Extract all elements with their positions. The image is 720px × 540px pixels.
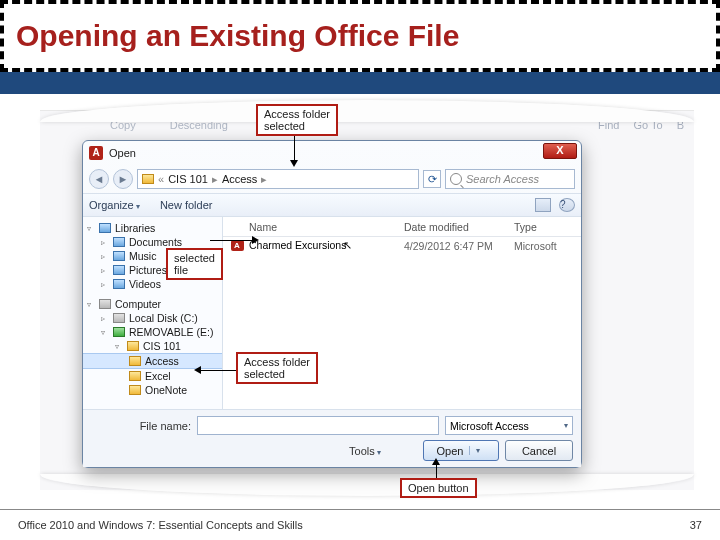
new-folder-button[interactable]: New folder bbox=[160, 199, 213, 211]
page-title: Opening an Existing Office File bbox=[16, 19, 459, 53]
breadcrumb-access[interactable]: Access bbox=[222, 173, 257, 185]
tree-cis101[interactable]: ▿CIS 101 bbox=[83, 339, 222, 353]
tree-onenote[interactable]: OneNote bbox=[83, 383, 222, 397]
file-name-input[interactable] bbox=[197, 416, 439, 435]
file-type-filter[interactable]: Microsoft Access▾ bbox=[445, 416, 573, 435]
folder-icon bbox=[113, 237, 125, 247]
removable-drive-icon bbox=[113, 327, 125, 337]
nav-back-button[interactable]: ◄ bbox=[89, 169, 109, 189]
search-icon bbox=[450, 173, 462, 185]
col-date[interactable]: Date modified bbox=[404, 221, 514, 233]
close-button[interactable]: X bbox=[543, 143, 577, 159]
torn-edge-bottom bbox=[40, 474, 694, 496]
cursor-icon: ↖ bbox=[343, 239, 352, 251]
decorative-blue-band bbox=[0, 70, 720, 94]
tree-local-c[interactable]: ▹Local Disk (C:) bbox=[83, 311, 222, 325]
search-placeholder: Search Access bbox=[466, 173, 539, 185]
help-button[interactable]: ? bbox=[559, 198, 575, 212]
computer-icon bbox=[99, 299, 111, 309]
drive-icon bbox=[113, 313, 125, 323]
dialog-title: Open bbox=[109, 147, 136, 159]
tree-computer[interactable]: ▿Computer bbox=[83, 297, 222, 311]
callout-access-folder-top: Access folderselected bbox=[256, 104, 338, 136]
tree-access-selected[interactable]: Access bbox=[83, 353, 222, 369]
torn-edge-top bbox=[40, 100, 694, 122]
view-options-button[interactable] bbox=[535, 198, 551, 212]
organize-menu[interactable]: Organize bbox=[89, 199, 140, 211]
refresh-button[interactable]: ⟳ bbox=[423, 170, 441, 188]
breadcrumb[interactable]: « CIS 101 ▸ Access ▸ bbox=[137, 169, 419, 189]
tree-libraries[interactable]: ▿Libraries bbox=[83, 221, 222, 235]
access-file-icon bbox=[231, 240, 244, 251]
folder-icon bbox=[113, 265, 125, 275]
access-app-icon: A bbox=[89, 146, 103, 160]
folder-icon bbox=[113, 279, 125, 289]
tree-excel[interactable]: Excel bbox=[83, 369, 222, 383]
cancel-button[interactable]: Cancel bbox=[505, 440, 573, 461]
callout-access-folder-tree: Access folderselected bbox=[236, 352, 318, 384]
breadcrumb-cis101[interactable]: CIS 101 bbox=[168, 173, 208, 185]
dialog-titlebar: A Open X bbox=[83, 141, 581, 165]
library-icon bbox=[99, 223, 111, 233]
tools-menu[interactable]: Tools bbox=[281, 445, 381, 457]
col-name[interactable]: Name bbox=[249, 221, 404, 233]
footer-text: Office 2010 and Windows 7: Essential Con… bbox=[18, 519, 303, 531]
tree-removable-e[interactable]: ▿REMOVABLE (E:) bbox=[83, 325, 222, 339]
folder-icon bbox=[129, 371, 141, 381]
col-type[interactable]: Type bbox=[514, 221, 581, 233]
tree-documents[interactable]: ▹Documents bbox=[83, 235, 222, 249]
title-bar: Opening an Existing Office File bbox=[0, 0, 720, 72]
search-input[interactable]: Search Access bbox=[445, 169, 575, 189]
file-name-label: File name: bbox=[91, 420, 191, 432]
folder-icon bbox=[129, 356, 141, 366]
folder-icon bbox=[129, 385, 141, 395]
callout-selected-file: selectedfile bbox=[166, 248, 223, 280]
slide-footer: Office 2010 and Windows 7: Essential Con… bbox=[0, 510, 720, 540]
page-number: 37 bbox=[690, 519, 702, 531]
folder-icon bbox=[127, 341, 139, 351]
nav-forward-button[interactable]: ► bbox=[113, 169, 133, 189]
file-row-charmed[interactable]: Charmed Excursions↖ 4/29/2012 6:47 PM Mi… bbox=[223, 237, 581, 254]
folder-icon bbox=[142, 174, 154, 184]
callout-open-button: Open button bbox=[400, 478, 477, 498]
open-dialog: A Open X ◄ ► « CIS 101 ▸ Access ▸ ⟳ Sear… bbox=[82, 140, 582, 468]
nav-tree[interactable]: ▿Libraries ▹Documents ▹Music ▹Pictures ▹… bbox=[83, 217, 223, 409]
folder-icon bbox=[113, 251, 125, 261]
